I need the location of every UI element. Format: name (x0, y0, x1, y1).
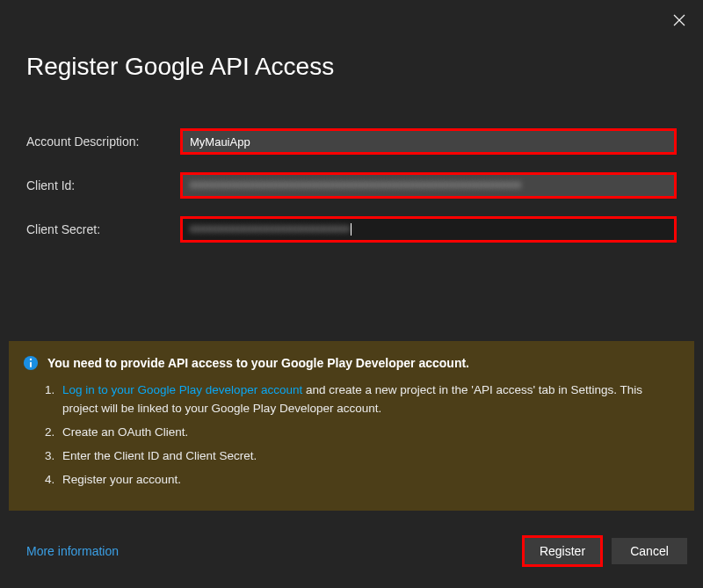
register-button[interactable]: Register (525, 538, 600, 564)
form-area: Account Description: Client Id: xxxxxxxx… (26, 128, 677, 243)
info-step-4: Register your account. (58, 471, 680, 490)
client-secret-input-wrap: xxxxxxxxxxxxxxxxxxxxxxxxxxxx (180, 216, 677, 243)
client-id-input[interactable]: xxxxxxxxxxxxxxxxxxxxxxxxxxxxxxxxxxxxxxxx… (183, 175, 674, 196)
info-step-2: Create an OAuth Client. (58, 424, 680, 442)
svg-rect-3 (30, 362, 32, 367)
info-panel: You need to provide API access to your G… (9, 341, 694, 511)
register-button-highlight: Register (522, 535, 603, 567)
info-title: You need to provide API access to your G… (47, 356, 469, 370)
info-step-3: Enter the Client ID and Client Secret. (58, 447, 680, 466)
client-secret-label: Client Secret: (26, 222, 180, 236)
svg-point-4 (30, 359, 32, 360)
info-icon (23, 355, 39, 371)
page-title: Register Google API Access (26, 53, 703, 81)
footer: More information Register Cancel (0, 535, 703, 567)
cancel-button[interactable]: Cancel (612, 538, 687, 564)
client-id-label: Client Id: (26, 178, 180, 192)
close-icon[interactable] (671, 12, 687, 28)
text-cursor (351, 223, 352, 236)
more-information-link[interactable]: More information (26, 544, 119, 558)
login-google-play-link[interactable]: Log in to your Google Play developer acc… (62, 383, 302, 396)
account-description-label: Account Description: (26, 134, 180, 149)
info-step-1: Log in to your Google Play developer acc… (58, 381, 680, 418)
info-steps-list: Log in to your Google Play developer acc… (58, 381, 680, 490)
account-description-input[interactable] (183, 131, 674, 152)
client-id-input-wrap: xxxxxxxxxxxxxxxxxxxxxxxxxxxxxxxxxxxxxxxx… (180, 172, 677, 199)
client-secret-input[interactable]: xxxxxxxxxxxxxxxxxxxxxxxxxxxx (183, 219, 674, 240)
account-description-input-wrap (180, 128, 677, 155)
